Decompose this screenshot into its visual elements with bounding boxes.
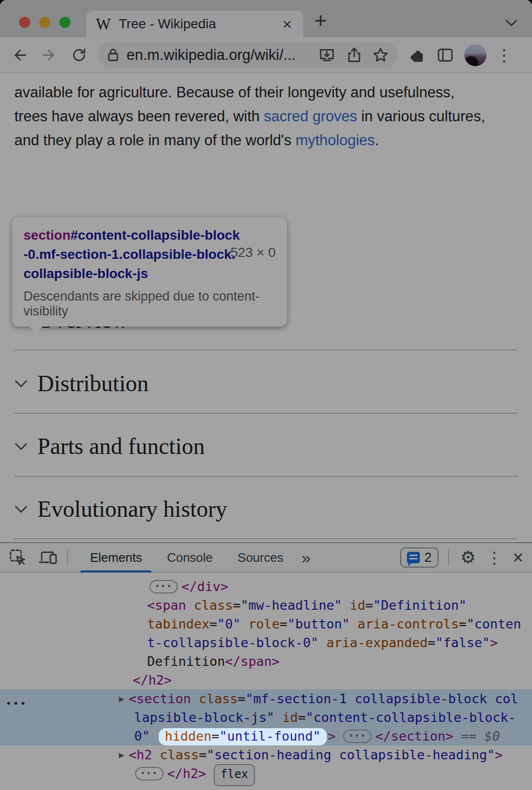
share-icon[interactable] bbox=[347, 47, 362, 63]
tok-arrow[interactable]: ▶ bbox=[119, 749, 124, 760]
inspect-tooltip: section#content-collapsible-block-0.mf-s… bbox=[12, 217, 287, 326]
code-line[interactable]: t-collapsible-block-0" aria-expanded="fa… bbox=[0, 633, 532, 652]
code-line[interactable]: Definition</span> bbox=[0, 652, 532, 671]
address-bar[interactable]: en.m.wikipedia.org/wiki/... bbox=[98, 42, 397, 68]
section-heading-evolutionary-history[interactable]: Evolutionary history bbox=[14, 496, 518, 522]
tok-more[interactable]: ••• bbox=[343, 730, 371, 743]
tok-txt bbox=[191, 691, 199, 706]
tok-attr: id bbox=[350, 598, 366, 613]
tok-tag: </h2> bbox=[167, 766, 206, 781]
tok-val: "conten bbox=[467, 616, 521, 631]
tok-txt bbox=[150, 729, 158, 744]
inspect-tooltip-selector: section#content-collapsible-block-0.mf-s… bbox=[23, 226, 240, 283]
tok-pv: "until-found" bbox=[220, 729, 321, 744]
tok-tag: > bbox=[490, 635, 497, 650]
side-panel-icon[interactable] bbox=[437, 47, 454, 63]
tok-val: "mf-section-2 collapsible-block bbox=[245, 788, 487, 790]
tab-elements[interactable]: Elements bbox=[78, 543, 154, 572]
devtools-menu-icon[interactable]: ⋮ bbox=[486, 548, 502, 567]
code-line[interactable]: </h2> bbox=[0, 671, 532, 689]
code-line[interactable]: •••</h2>flex bbox=[0, 764, 532, 786]
tok-link[interactable]: sacred groves bbox=[264, 108, 357, 125]
selected-element-row[interactable]: ••• ▶<section class="mf-section-1 collap… bbox=[0, 689, 532, 745]
code-line[interactable]: tabindex="0" role="button" aria-controls… bbox=[0, 615, 532, 633]
elements-tree: cator mw-ui-icon-flush-left mw-ui-icon-s… bbox=[0, 573, 532, 790]
minimize-window-button[interactable] bbox=[39, 17, 50, 28]
code-line[interactable]: ▶<h2 class="section-heading collapsible-… bbox=[0, 745, 532, 764]
install-page-icon[interactable] bbox=[319, 47, 335, 63]
row-options-dots-icon[interactable]: ••• bbox=[6, 694, 27, 713]
more-tabs-icon[interactable]: » bbox=[301, 548, 310, 567]
tok-txt: = bbox=[428, 635, 435, 650]
tok-link[interactable]: mythologies bbox=[296, 132, 375, 149]
lock-icon bbox=[106, 47, 120, 63]
code-line[interactable]: cator mw-ui-icon-flush-left mw-ui-icon-s… bbox=[0, 573, 532, 577]
url-text[interactable]: en.m.wikipedia.org/wiki/... bbox=[127, 46, 319, 64]
tok-attr: aria-expanded bbox=[326, 635, 428, 650]
tok-dollar: $0 bbox=[485, 729, 500, 744]
browser-menu-icon[interactable]: ⋮ bbox=[496, 47, 512, 63]
profile-avatar[interactable] bbox=[464, 44, 486, 66]
tok-tag: <section bbox=[128, 691, 191, 706]
inspect-element-icon[interactable] bbox=[9, 548, 27, 567]
forward-icon[interactable] bbox=[41, 47, 57, 63]
paragraph-line: and they play a role in many of the worl… bbox=[14, 128, 485, 152]
tab-close-icon[interactable]: × bbox=[280, 16, 294, 32]
tok-attr: tabindex bbox=[147, 616, 209, 631]
tok-val: "mf-section-1 collapsible-block col bbox=[245, 691, 518, 706]
browser-tab[interactable]: W Tree - Wikipedia × bbox=[86, 11, 303, 37]
tok-tag: </div> bbox=[182, 579, 229, 594]
tok-arrow[interactable]: ▶ bbox=[119, 693, 124, 704]
tok-val: t-collapsible-block-0" bbox=[147, 635, 319, 650]
back-icon[interactable] bbox=[12, 47, 28, 63]
tok-val: "section-heading collapsible-heading" bbox=[207, 747, 495, 762]
tok-body: and they play a role in many of the worl… bbox=[14, 132, 296, 149]
bookmark-star-icon[interactable] bbox=[372, 47, 389, 63]
tok-attr: class bbox=[160, 747, 199, 762]
tok-val: "button" bbox=[288, 616, 350, 631]
close-window-button[interactable] bbox=[19, 17, 30, 28]
code-line[interactable]: ▶<section class="mf-section-1 collapsibl… bbox=[0, 689, 532, 708]
tok-txt bbox=[275, 710, 282, 725]
new-tab-button[interactable]: + bbox=[314, 9, 327, 33]
tok-pill[interactable]: hidden="until-found" bbox=[159, 728, 327, 745]
extensions-puzzle-icon[interactable] bbox=[409, 47, 425, 63]
tab-search-chevron-icon[interactable] bbox=[503, 18, 520, 28]
fullscreen-window-button[interactable] bbox=[59, 17, 70, 28]
device-toolbar-icon[interactable] bbox=[38, 549, 58, 566]
section-heading-parts-and-function[interactable]: Parts and function bbox=[14, 433, 518, 459]
code-line[interactable]: 0" hidden="until-found"> •••</section> =… bbox=[0, 727, 532, 745]
issues-counter-button[interactable]: 2 bbox=[400, 547, 438, 568]
tok-val: "false" bbox=[435, 635, 490, 650]
tok-attr: class bbox=[199, 788, 238, 790]
tab-console[interactable]: Console bbox=[154, 543, 225, 572]
paragraph-line: available for agriculture. Because of th… bbox=[14, 81, 485, 105]
tok-more[interactable]: ••• bbox=[135, 767, 163, 780]
tok-flexb[interactable]: flex bbox=[214, 764, 255, 786]
tok-txt bbox=[186, 598, 194, 613]
tab-sources[interactable]: Sources bbox=[225, 543, 296, 572]
tok-body: . bbox=[375, 132, 379, 149]
wikipedia-favicon-icon: W bbox=[96, 15, 112, 33]
code-line[interactable]: lapsible-block-js" id="content-collapsib… bbox=[0, 708, 532, 727]
section-heading-distribution[interactable]: Distribution bbox=[14, 370, 518, 396]
code-line[interactable]: <span class="mw-headline" id="Definition… bbox=[0, 596, 532, 615]
tok-more[interactable]: ••• bbox=[150, 580, 178, 593]
code-line[interactable]: ▶<section class="mf-section-2 collapsibl… bbox=[0, 786, 532, 790]
tab-strip: W Tree - Wikipedia × + bbox=[0, 0, 532, 37]
tok-txt bbox=[319, 635, 326, 650]
devtools-panel: Elements Console Sources » 2 ⚙ ⋮ × cator… bbox=[0, 542, 532, 790]
devtools-close-icon[interactable]: × bbox=[513, 548, 523, 567]
tok-txt: = bbox=[459, 616, 466, 631]
browser-window: W Tree - Wikipedia × + en.m.wikipedia.or… bbox=[0, 0, 532, 790]
tok-tag: > bbox=[500, 573, 516, 575]
devtools-toolbar: Elements Console Sources » 2 ⚙ ⋮ × bbox=[0, 543, 532, 573]
reload-icon[interactable] bbox=[71, 47, 87, 63]
tok-tag: <span bbox=[147, 598, 186, 613]
tok-txt bbox=[350, 616, 358, 631]
code-line[interactable]: •••</div> bbox=[0, 577, 532, 596]
tok-txt: = bbox=[238, 788, 245, 790]
tok-pa: hidden bbox=[165, 729, 212, 744]
section-label: Parts and function bbox=[37, 433, 205, 459]
devtools-settings-gear-icon[interactable]: ⚙ bbox=[461, 547, 476, 568]
